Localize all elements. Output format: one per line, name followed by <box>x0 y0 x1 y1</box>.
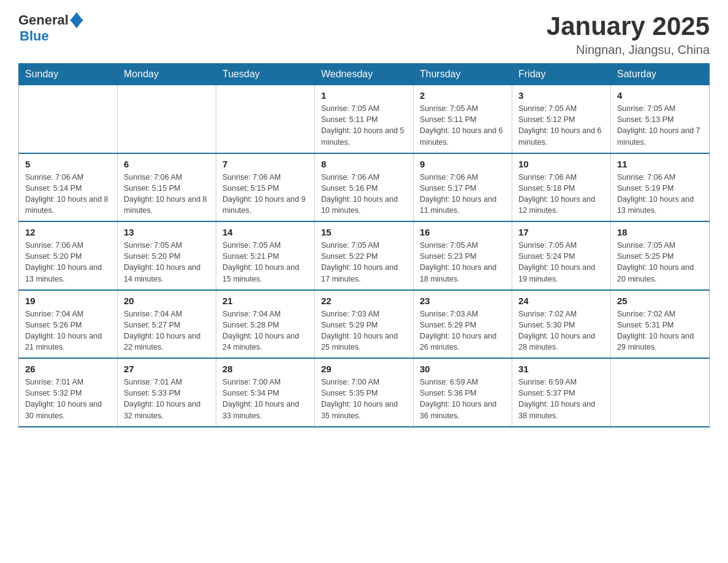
day-of-week-header: Sunday <box>19 64 118 85</box>
calendar-cell: 9Sunrise: 7:06 AM Sunset: 5:17 PM Daylig… <box>414 153 512 222</box>
day-info: Sunrise: 7:04 AM Sunset: 5:27 PM Dayligh… <box>124 308 210 353</box>
calendar-cell: 17Sunrise: 7:05 AM Sunset: 5:24 PM Dayli… <box>512 221 611 290</box>
day-info: Sunrise: 6:59 AM Sunset: 5:37 PM Dayligh… <box>518 377 604 421</box>
day-info: Sunrise: 7:02 AM Sunset: 5:30 PM Dayligh… <box>518 308 604 353</box>
day-number: 31 <box>518 364 604 374</box>
calendar-cell: 13Sunrise: 7:05 AM Sunset: 5:20 PM Dayli… <box>118 221 216 290</box>
day-number: 21 <box>222 296 308 306</box>
day-of-week-header: Monday <box>118 64 216 85</box>
logo-blue-text: Blue <box>20 28 49 44</box>
day-info: Sunrise: 7:04 AM Sunset: 5:28 PM Dayligh… <box>222 308 308 353</box>
day-info: Sunrise: 7:06 AM Sunset: 5:18 PM Dayligh… <box>518 172 604 216</box>
day-info: Sunrise: 7:06 AM Sunset: 5:19 PM Dayligh… <box>617 172 703 216</box>
day-number: 5 <box>25 159 111 169</box>
day-info: Sunrise: 7:01 AM Sunset: 5:32 PM Dayligh… <box>25 377 111 421</box>
day-number: 14 <box>222 227 308 237</box>
day-number: 7 <box>222 159 308 169</box>
day-number: 4 <box>617 90 703 101</box>
calendar-cell: 18Sunrise: 7:05 AM Sunset: 5:25 PM Dayli… <box>611 221 710 290</box>
day-of-week-header: Friday <box>512 64 611 85</box>
calendar-cell: 1Sunrise: 7:05 AM Sunset: 5:11 PM Daylig… <box>315 85 414 153</box>
calendar-subtitle: Ningnan, Jiangsu, China <box>547 43 710 57</box>
day-info: Sunrise: 6:59 AM Sunset: 5:36 PM Dayligh… <box>420 377 506 421</box>
calendar-week-row: 12Sunrise: 7:06 AM Sunset: 5:20 PM Dayli… <box>19 221 710 290</box>
day-number: 16 <box>420 227 506 237</box>
day-info: Sunrise: 7:06 AM Sunset: 5:16 PM Dayligh… <box>321 172 407 216</box>
day-info: Sunrise: 7:05 AM Sunset: 5:11 PM Dayligh… <box>321 103 407 148</box>
day-number: 18 <box>617 227 703 237</box>
day-info: Sunrise: 7:00 AM Sunset: 5:34 PM Dayligh… <box>222 377 308 421</box>
calendar-cell <box>19 85 118 153</box>
day-info: Sunrise: 7:05 AM Sunset: 5:21 PM Dayligh… <box>222 240 308 285</box>
calendar-week-row: 19Sunrise: 7:04 AM Sunset: 5:26 PM Dayli… <box>19 290 710 359</box>
day-number: 15 <box>321 227 407 237</box>
day-number: 22 <box>321 296 407 306</box>
day-info: Sunrise: 7:00 AM Sunset: 5:35 PM Dayligh… <box>321 377 407 421</box>
calendar-cell: 31Sunrise: 6:59 AM Sunset: 5:37 PM Dayli… <box>512 358 611 427</box>
day-info: Sunrise: 7:01 AM Sunset: 5:33 PM Dayligh… <box>124 377 210 421</box>
calendar-cell: 4Sunrise: 7:05 AM Sunset: 5:13 PM Daylig… <box>611 85 710 153</box>
day-info: Sunrise: 7:02 AM Sunset: 5:31 PM Dayligh… <box>617 308 703 353</box>
calendar-cell: 7Sunrise: 7:06 AM Sunset: 5:15 PM Daylig… <box>216 153 315 222</box>
day-number: 26 <box>25 364 111 374</box>
calendar-cell: 24Sunrise: 7:02 AM Sunset: 5:30 PM Dayli… <box>512 290 611 359</box>
day-number: 17 <box>518 227 604 237</box>
day-number: 19 <box>25 296 111 306</box>
day-number: 6 <box>124 159 210 169</box>
calendar-cell: 5Sunrise: 7:06 AM Sunset: 5:14 PM Daylig… <box>19 153 118 222</box>
day-number: 11 <box>617 159 703 169</box>
calendar-header-row: SundayMondayTuesdayWednesdayThursdayFrid… <box>19 64 710 85</box>
calendar-cell: 2Sunrise: 7:05 AM Sunset: 5:11 PM Daylig… <box>414 85 512 153</box>
calendar-cell: 23Sunrise: 7:03 AM Sunset: 5:29 PM Dayli… <box>414 290 512 359</box>
day-number: 20 <box>124 296 210 306</box>
day-number: 28 <box>222 364 308 374</box>
calendar-cell: 11Sunrise: 7:06 AM Sunset: 5:19 PM Dayli… <box>611 153 710 222</box>
calendar-cell: 8Sunrise: 7:06 AM Sunset: 5:16 PM Daylig… <box>315 153 414 222</box>
calendar-week-row: 1Sunrise: 7:05 AM Sunset: 5:11 PM Daylig… <box>19 85 710 153</box>
calendar-cell: 22Sunrise: 7:03 AM Sunset: 5:29 PM Dayli… <box>315 290 414 359</box>
day-of-week-header: Wednesday <box>315 64 414 85</box>
day-info: Sunrise: 7:06 AM Sunset: 5:15 PM Dayligh… <box>124 172 210 216</box>
calendar-cell: 26Sunrise: 7:01 AM Sunset: 5:32 PM Dayli… <box>19 358 118 427</box>
day-number: 12 <box>25 227 111 237</box>
title-block: January 2025 Ningnan, Jiangsu, China <box>547 12 710 57</box>
calendar-cell <box>611 358 710 427</box>
day-number: 3 <box>518 90 604 101</box>
day-info: Sunrise: 7:06 AM Sunset: 5:14 PM Dayligh… <box>25 172 111 216</box>
day-info: Sunrise: 7:04 AM Sunset: 5:26 PM Dayligh… <box>25 308 111 353</box>
day-info: Sunrise: 7:06 AM Sunset: 5:17 PM Dayligh… <box>420 172 506 216</box>
calendar-cell: 16Sunrise: 7:05 AM Sunset: 5:23 PM Dayli… <box>414 221 512 290</box>
day-number: 10 <box>518 159 604 169</box>
calendar-cell: 29Sunrise: 7:00 AM Sunset: 5:35 PM Dayli… <box>315 358 414 427</box>
calendar-cell: 30Sunrise: 6:59 AM Sunset: 5:36 PM Dayli… <box>414 358 512 427</box>
day-info: Sunrise: 7:05 AM Sunset: 5:11 PM Dayligh… <box>420 103 506 148</box>
day-info: Sunrise: 7:05 AM Sunset: 5:12 PM Dayligh… <box>518 103 604 148</box>
day-number: 2 <box>420 90 506 101</box>
calendar-week-row: 5Sunrise: 7:06 AM Sunset: 5:14 PM Daylig… <box>19 153 710 222</box>
calendar-cell: 10Sunrise: 7:06 AM Sunset: 5:18 PM Dayli… <box>512 153 611 222</box>
logo-general-text: General <box>18 12 69 28</box>
day-of-week-header: Thursday <box>414 64 512 85</box>
calendar-cell <box>118 85 216 153</box>
calendar-cell: 19Sunrise: 7:04 AM Sunset: 5:26 PM Dayli… <box>19 290 118 359</box>
day-of-week-header: Saturday <box>611 64 710 85</box>
calendar-cell: 14Sunrise: 7:05 AM Sunset: 5:21 PM Dayli… <box>216 221 315 290</box>
logo: General Blue <box>18 12 83 44</box>
day-info: Sunrise: 7:05 AM Sunset: 5:22 PM Dayligh… <box>321 240 407 285</box>
calendar-cell: 15Sunrise: 7:05 AM Sunset: 5:22 PM Dayli… <box>315 221 414 290</box>
calendar-week-row: 26Sunrise: 7:01 AM Sunset: 5:32 PM Dayli… <box>19 358 710 427</box>
day-number: 30 <box>420 364 506 374</box>
day-info: Sunrise: 7:05 AM Sunset: 5:25 PM Dayligh… <box>617 240 703 285</box>
day-info: Sunrise: 7:05 AM Sunset: 5:20 PM Dayligh… <box>124 240 210 285</box>
day-number: 25 <box>617 296 703 306</box>
calendar-cell: 25Sunrise: 7:02 AM Sunset: 5:31 PM Dayli… <box>611 290 710 359</box>
day-number: 29 <box>321 364 407 374</box>
day-number: 9 <box>420 159 506 169</box>
calendar-cell: 28Sunrise: 7:00 AM Sunset: 5:34 PM Dayli… <box>216 358 315 427</box>
day-of-week-header: Tuesday <box>216 64 315 85</box>
calendar-title: January 2025 <box>547 12 710 40</box>
calendar-cell: 21Sunrise: 7:04 AM Sunset: 5:28 PM Dayli… <box>216 290 315 359</box>
day-info: Sunrise: 7:05 AM Sunset: 5:24 PM Dayligh… <box>518 240 604 285</box>
day-info: Sunrise: 7:06 AM Sunset: 5:15 PM Dayligh… <box>222 172 308 216</box>
day-info: Sunrise: 7:03 AM Sunset: 5:29 PM Dayligh… <box>420 308 506 353</box>
